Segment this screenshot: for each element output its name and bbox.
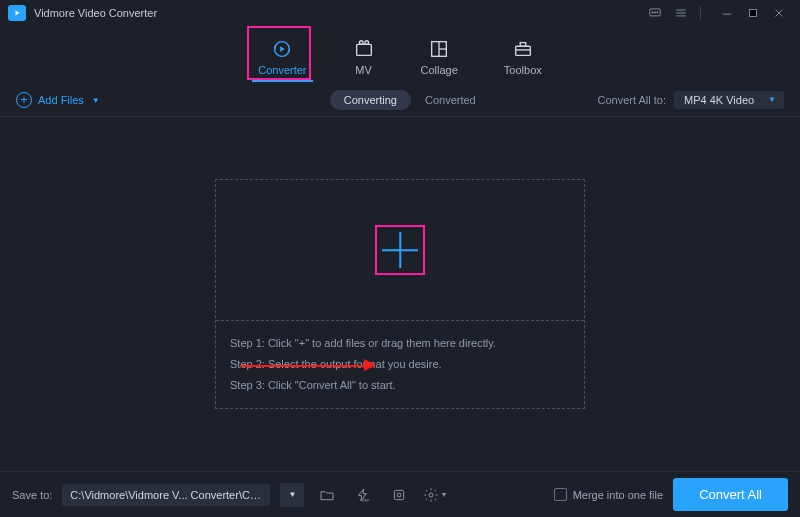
collage-icon bbox=[428, 38, 450, 60]
merge-label: Merge into one file bbox=[573, 489, 664, 501]
tab-label: Collage bbox=[421, 64, 458, 76]
svg-rect-21 bbox=[520, 43, 526, 47]
drop-zone-target[interactable] bbox=[216, 180, 584, 321]
svg-point-15 bbox=[359, 41, 363, 45]
tab-label: MV bbox=[355, 64, 372, 76]
svg-point-2 bbox=[652, 12, 653, 13]
instructions: Step 1: Click "+" to add files or drag t… bbox=[216, 321, 584, 408]
status-tabs: Converting Converted bbox=[330, 90, 490, 110]
menu-button[interactable] bbox=[668, 3, 694, 23]
high-speed-button[interactable] bbox=[386, 483, 412, 507]
add-files-button[interactable]: + Add Files ▼ bbox=[16, 92, 100, 108]
convert-all-button[interactable]: Convert All bbox=[673, 478, 788, 511]
checkbox-icon bbox=[554, 488, 567, 501]
tab-mv[interactable]: MV bbox=[353, 38, 375, 82]
app-title: Vidmore Video Converter bbox=[34, 7, 157, 19]
output-format-selector[interactable]: MP4 4K Video ▼ bbox=[674, 91, 784, 109]
open-folder-button[interactable] bbox=[314, 483, 340, 507]
add-files-plus-icon[interactable] bbox=[380, 230, 420, 270]
plus-circle-icon: + bbox=[16, 92, 32, 108]
chevron-down-icon: ▼ bbox=[92, 96, 100, 105]
tab-label: Toolbox bbox=[504, 64, 542, 76]
svg-point-16 bbox=[364, 41, 368, 45]
save-to-label: Save to: bbox=[12, 489, 52, 501]
tab-converting[interactable]: Converting bbox=[330, 90, 411, 110]
converter-icon bbox=[271, 38, 293, 60]
settings-button[interactable]: ▼ bbox=[422, 483, 448, 507]
hardware-accel-button[interactable]: OFF bbox=[350, 483, 376, 507]
svg-rect-14 bbox=[356, 44, 371, 55]
toolbox-icon bbox=[512, 38, 534, 60]
annotation-highlight-plus bbox=[375, 225, 425, 275]
step-2: Step 2: Select the output format you des… bbox=[230, 354, 570, 375]
chevron-down-icon: ▼ bbox=[768, 95, 776, 104]
close-button[interactable] bbox=[766, 3, 792, 23]
mv-icon bbox=[353, 38, 375, 60]
bottom-bar: Save to: C:\Vidmore\Vidmore V... Convert… bbox=[0, 471, 800, 517]
app-window: Vidmore Video Converter Converter bbox=[0, 0, 800, 517]
selected-format: MP4 4K Video bbox=[684, 94, 754, 106]
app-logo-icon bbox=[8, 5, 26, 21]
svg-rect-9 bbox=[750, 10, 757, 17]
convert-all-to-label: Convert All to: bbox=[598, 94, 666, 106]
minimize-button[interactable] bbox=[714, 3, 740, 23]
step-1: Step 1: Click "+" to add files or drag t… bbox=[230, 333, 570, 354]
add-files-label: Add Files bbox=[38, 94, 84, 106]
workspace: Step 1: Click "+" to add files or drag t… bbox=[0, 117, 800, 471]
tab-collage[interactable]: Collage bbox=[421, 38, 458, 82]
svg-point-25 bbox=[397, 493, 401, 497]
svg-rect-20 bbox=[515, 46, 530, 55]
tab-converter[interactable]: Converter bbox=[258, 38, 306, 82]
merge-into-one-file-checkbox[interactable]: Merge into one file bbox=[554, 488, 664, 501]
chevron-down-icon: ▼ bbox=[288, 490, 296, 499]
convert-all-to: Convert All to: MP4 4K Video ▼ bbox=[598, 91, 784, 109]
chevron-down-icon: ▼ bbox=[440, 491, 447, 498]
drop-zone[interactable]: Step 1: Click "+" to add files or drag t… bbox=[215, 179, 585, 409]
tab-label: Converter bbox=[258, 64, 306, 76]
save-path-dropdown[interactable]: ▼ bbox=[280, 483, 304, 507]
svg-point-26 bbox=[429, 493, 433, 497]
svg-marker-13 bbox=[281, 46, 286, 52]
feedback-button[interactable] bbox=[642, 3, 668, 23]
step-3: Step 3: Click "Convert All" to start. bbox=[230, 375, 570, 396]
title-bar: Vidmore Video Converter bbox=[0, 0, 800, 26]
svg-rect-24 bbox=[395, 490, 404, 499]
maximize-button[interactable] bbox=[740, 3, 766, 23]
sub-toolbar: + Add Files ▼ Converting Converted Conve… bbox=[0, 82, 800, 114]
svg-text:OFF: OFF bbox=[362, 498, 371, 503]
svg-marker-0 bbox=[16, 11, 20, 16]
tab-converted[interactable]: Converted bbox=[411, 90, 490, 110]
main-nav: Converter MV Collage Toolbox bbox=[0, 26, 800, 82]
svg-point-4 bbox=[657, 12, 658, 13]
save-path-field[interactable]: C:\Vidmore\Vidmore V... Converter\Conver… bbox=[62, 484, 270, 506]
svg-point-3 bbox=[654, 12, 655, 13]
tab-toolbox[interactable]: Toolbox bbox=[504, 38, 542, 82]
